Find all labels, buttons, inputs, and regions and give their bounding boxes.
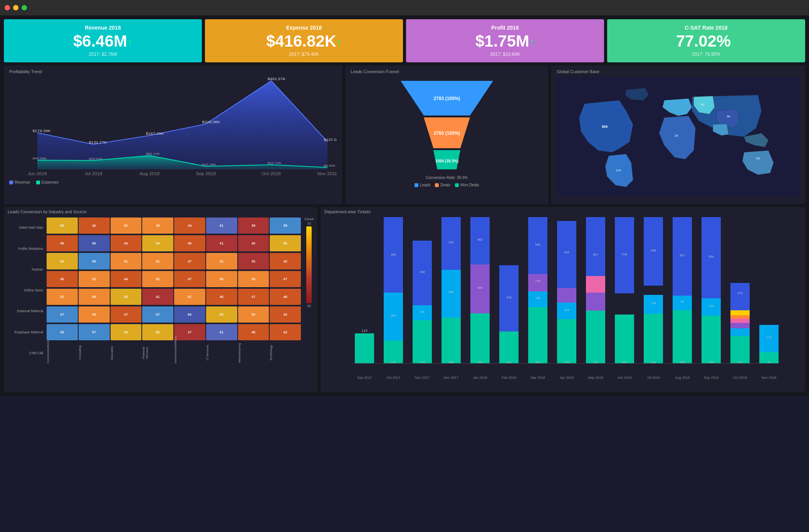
bar-sep18-teal bbox=[702, 316, 721, 363]
svg-text:278: 278 bbox=[564, 361, 569, 364]
svg-text:93: 93 bbox=[681, 300, 684, 303]
heatmap-cell-3-7: 47 bbox=[270, 271, 301, 287]
kpi-csat-value: 77.02%↑ bbox=[615, 32, 797, 50]
svg-text:43: 43 bbox=[701, 103, 705, 106]
svg-text:Nov 2017: Nov 2017 bbox=[415, 376, 430, 380]
svg-text:66: 66 bbox=[727, 115, 731, 119]
kpi-profit-title: Profit 2018 bbox=[414, 25, 596, 31]
svg-text:308: 308 bbox=[622, 361, 627, 364]
svg-text:Apr 2018: Apr 2018 bbox=[560, 376, 574, 380]
africa bbox=[659, 116, 696, 159]
bar-oct18-orange bbox=[730, 315, 750, 319]
svg-text:2783 (100%): 2783 (100%) bbox=[433, 130, 460, 136]
svg-text:500: 500 bbox=[535, 243, 540, 246]
bar-oct18-yellow bbox=[730, 310, 750, 315]
bar-may18-blue bbox=[586, 217, 605, 276]
svg-text:Jan 2018: Jan 2018 bbox=[473, 376, 487, 380]
svg-text:316: 316 bbox=[477, 361, 483, 364]
kpi-expense-title: Expense 2018 bbox=[213, 25, 395, 31]
svg-text:72: 72 bbox=[767, 361, 771, 364]
svg-text:300: 300 bbox=[448, 290, 454, 294]
kpi-revenue-title: Revenue 2018 bbox=[12, 25, 194, 31]
heatmap-title: Leads Conversion by Industry and Source bbox=[8, 209, 314, 214]
heatmap-row-3: 4552445247505047 bbox=[46, 271, 301, 288]
maximize-button[interactable] bbox=[22, 5, 27, 10]
heatmap-cell-5-6: 50 bbox=[238, 306, 269, 323]
funnel-won-dot bbox=[455, 183, 459, 187]
svg-text:Oct 2017: Oct 2017 bbox=[386, 376, 401, 380]
svg-text:557: 557 bbox=[680, 254, 685, 257]
heatmap-cell-0-0: 55 bbox=[47, 217, 78, 234]
bar-oct18-blue bbox=[730, 283, 750, 310]
funnel-leads-dot bbox=[415, 183, 418, 187]
heatmap-cell-6-1: 57 bbox=[79, 324, 110, 340]
minimize-button[interactable] bbox=[13, 5, 18, 10]
australia bbox=[742, 151, 774, 175]
bar-aug18-teal bbox=[673, 310, 692, 363]
heatmap-cell-2-7: 45 bbox=[270, 253, 301, 269]
heatmap-cell-0-2: 52 bbox=[111, 217, 142, 234]
svg-text:Jun 2018: Jun 2018 bbox=[617, 376, 631, 380]
kpi-expense-value: $416.82K↑ bbox=[213, 32, 395, 50]
map-panel: Global Customer Base bbox=[551, 65, 805, 204]
svg-text:Sep 2017: Sep 2017 bbox=[357, 376, 372, 380]
bar-apr18-teal bbox=[557, 319, 576, 363]
svg-text:498: 498 bbox=[651, 249, 656, 252]
kpi-revenue-arrow: ↑ bbox=[127, 36, 133, 48]
heatmap-cell-2-3: 52 bbox=[142, 253, 173, 269]
heatmap-cell-0-1: 42 bbox=[79, 217, 110, 234]
heatmap-cell-5-4: 66 bbox=[174, 306, 205, 323]
svg-text:424: 424 bbox=[564, 251, 569, 254]
heatmap-cell-3-2: 44 bbox=[111, 271, 142, 287]
heatmap-cell-4-7: 48 bbox=[270, 289, 301, 305]
svg-text:$15.36K: $15.36K bbox=[202, 163, 216, 166]
kpi-revenue: Revenue 2018 $6.46M↑ 2017: $2.76M bbox=[4, 19, 202, 62]
svg-text:$401.57K: $401.57K bbox=[268, 77, 286, 81]
heatmap-cell-5-7: 44 bbox=[270, 306, 301, 323]
svg-text:304: 304 bbox=[391, 314, 396, 317]
svg-text:$22.72K: $22.72K bbox=[268, 161, 282, 165]
svg-text:Jun 2018: Jun 2018 bbox=[28, 172, 47, 176]
dashboard: Revenue 2018 $6.46M↑ 2017: $2.76M Expens… bbox=[0, 15, 809, 396]
svg-text:554: 554 bbox=[708, 255, 714, 258]
heatmap-cell-6-7: 42 bbox=[270, 324, 301, 340]
heatmap-row-label-4: External Referral bbox=[8, 309, 43, 313]
svg-text:289: 289 bbox=[448, 361, 454, 364]
greenland bbox=[626, 88, 649, 100]
close-button[interactable] bbox=[5, 5, 10, 10]
heatmap-cell-1-7: 55 bbox=[270, 235, 301, 251]
svg-text:Mar 2018: Mar 2018 bbox=[530, 376, 545, 380]
svg-text:1094 (39.3%): 1094 (39.3%) bbox=[435, 159, 458, 163]
svg-text:518: 518 bbox=[622, 253, 627, 256]
heatmap-cell-4-4: 51 bbox=[174, 289, 205, 305]
svg-text:356: 356 bbox=[535, 361, 540, 364]
svg-text:$99: $99 bbox=[602, 125, 608, 129]
svg-text:$137.08K: $137.08K bbox=[324, 138, 337, 142]
heatmap-row-label-3: Online Store bbox=[8, 288, 43, 292]
heatmap-cell-1-1: 66 bbox=[79, 235, 110, 251]
profitability-trend-title: Profitability Trend bbox=[9, 69, 337, 74]
heatmap-row-label-1: Public Relations bbox=[8, 247, 43, 251]
funnel-deals-label: Deals bbox=[440, 183, 450, 187]
bar-dec17-cyan bbox=[441, 270, 461, 318]
svg-text:Jul 2018: Jul 2018 bbox=[85, 172, 102, 176]
heatmap-cell-3-4: 47 bbox=[174, 271, 205, 287]
heatmap-cell-1-2: 44 bbox=[111, 235, 142, 251]
svg-text:53: 53 bbox=[756, 157, 760, 160]
heatmap-cell-4-3: 41 bbox=[142, 289, 173, 305]
heatmap-row-0: 5542524944613959 bbox=[46, 217, 301, 234]
svg-text:$69.14K: $69.14K bbox=[146, 152, 160, 156]
heatmap-row-label-0: Sales Mail Alias bbox=[8, 226, 43, 229]
svg-text:Feb 2018: Feb 2018 bbox=[502, 376, 516, 380]
svg-text:507: 507 bbox=[593, 253, 598, 256]
bar-oct18-pink bbox=[730, 319, 750, 323]
bottom-row: Leads Conversion by Industry and Source … bbox=[4, 207, 805, 392]
legend-revenue-dot bbox=[9, 181, 13, 184]
svg-text:96: 96 bbox=[421, 310, 424, 314]
heatmap-cell-3-3: 52 bbox=[142, 271, 173, 287]
svg-text:300: 300 bbox=[708, 361, 714, 364]
bar-chart-title: Department wise Tickets bbox=[324, 209, 801, 214]
funnel-chart: 2783 (100%) 2783 (100%) 1094 (39.3%) bbox=[393, 81, 501, 173]
heatmap-cell-0-4: 44 bbox=[174, 217, 205, 234]
heatmap-row-label-6: Cold Call bbox=[8, 351, 43, 355]
